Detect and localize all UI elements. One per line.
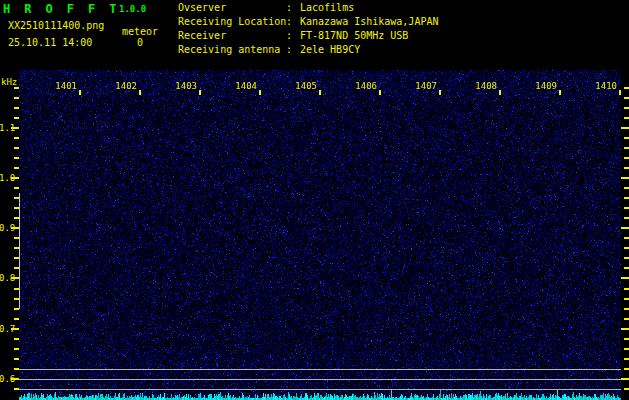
x-tick-mark	[259, 90, 261, 95]
x-tick-label: 1409	[535, 82, 557, 91]
x-tick-label: 1406	[355, 82, 377, 91]
y-major-tick-left	[11, 328, 19, 330]
x-tick-mark	[439, 90, 441, 95]
y-minor-tick-left	[14, 197, 19, 199]
y-minor-tick-right	[624, 368, 629, 370]
y-major-tick-left	[11, 177, 19, 179]
x-tick-label: 1401	[55, 82, 77, 91]
station-value: 2ele HB9CY	[300, 43, 360, 57]
y-minor-tick-left	[14, 167, 19, 169]
y-minor-tick-left	[14, 318, 19, 320]
y-minor-tick-left	[14, 308, 19, 310]
station-value: Lacofilms	[300, 1, 354, 15]
x-tick-mark	[139, 90, 141, 95]
y-minor-tick-left	[14, 267, 19, 269]
station-value: FT-817ND 50MHz USB	[300, 29, 408, 43]
y-major-tick-left	[11, 127, 19, 129]
x-tick-mark	[379, 90, 381, 95]
y-minor-tick-left	[14, 97, 19, 99]
app-title: H R O F F T	[3, 2, 120, 16]
station-row-location: Receiving Location:Kanazawa Ishikawa,JAP…	[178, 15, 438, 29]
y-major-tick-right	[621, 378, 629, 380]
station-label: Receiver	[178, 29, 286, 43]
y-minor-tick-right	[624, 187, 629, 189]
x-tick-label: 1402	[115, 82, 137, 91]
y-minor-tick-left	[14, 388, 19, 390]
y-axis-unit-label: kHz	[1, 77, 17, 87]
x-tick-mark	[199, 90, 201, 95]
y-minor-tick-left	[14, 348, 19, 350]
x-tick-mark	[79, 90, 81, 95]
y-minor-tick-right	[624, 237, 629, 239]
y-minor-tick-left	[14, 207, 19, 209]
spectrogram-canvas	[19, 70, 621, 400]
station-label: Receiving Location	[178, 15, 286, 29]
y-minor-tick-right	[624, 217, 629, 219]
station-label: Receiving antenna	[178, 43, 286, 57]
y-major-tick-left	[11, 227, 19, 229]
mode-label: meteor	[122, 26, 158, 37]
y-major-tick-right	[621, 127, 629, 129]
x-tick-label: 1403	[175, 82, 197, 91]
y-minor-tick-right	[624, 247, 629, 249]
x-tick-mark	[499, 90, 501, 95]
x-tick-label: 1408	[475, 82, 497, 91]
y-minor-tick-right	[624, 117, 629, 119]
y-minor-tick-right	[624, 257, 629, 259]
y-major-tick-left	[11, 277, 19, 279]
y-minor-tick-right	[624, 97, 629, 99]
y-minor-tick-left	[14, 368, 19, 370]
y-minor-tick-right	[624, 338, 629, 340]
x-tick-mark	[559, 90, 561, 95]
station-row-antenna: Receiving antenna:2ele HB9CY	[178, 43, 438, 57]
y-minor-tick-left	[14, 288, 19, 290]
station-info: Ovserver:Lacofilms Receiving Location:Ka…	[178, 1, 438, 57]
y-minor-tick-right	[624, 388, 629, 390]
y-major-tick-left	[11, 378, 19, 380]
y-minor-tick-right	[624, 107, 629, 109]
y-minor-tick-left	[14, 247, 19, 249]
station-row-receiver: Receiver:FT-817ND 50MHz USB	[178, 29, 438, 43]
y-minor-tick-left	[14, 217, 19, 219]
y-minor-tick-right	[624, 298, 629, 300]
y-major-tick-right	[621, 277, 629, 279]
x-tick-label: 1405	[295, 82, 317, 91]
y-minor-tick-right	[624, 348, 629, 350]
capture-datetime: 25.10.11 14:00	[8, 37, 92, 48]
y-minor-tick-left	[14, 338, 19, 340]
y-minor-tick-left	[14, 107, 19, 109]
y-minor-tick-left	[14, 87, 19, 89]
hrofft-window: H R O F F T 1.0.0 XX2510111400.png meteo…	[0, 0, 629, 400]
y-minor-tick-right	[624, 288, 629, 290]
y-major-tick-right	[621, 328, 629, 330]
x-tick-label: 1407	[415, 82, 437, 91]
x-tick-label: 1410	[595, 82, 617, 91]
y-major-tick-right	[621, 177, 629, 179]
y-minor-tick-right	[624, 197, 629, 199]
y-minor-tick-right	[624, 87, 629, 89]
y-major-tick-right	[621, 227, 629, 229]
y-minor-tick-right	[624, 137, 629, 139]
colon-separator: :	[286, 1, 300, 15]
colon-separator: :	[286, 29, 300, 43]
y-minor-tick-left	[14, 298, 19, 300]
y-minor-tick-left	[14, 358, 19, 360]
y-minor-tick-right	[624, 147, 629, 149]
y-minor-tick-right	[624, 267, 629, 269]
y-minor-tick-left	[14, 257, 19, 259]
y-minor-tick-left	[14, 157, 19, 159]
station-value: Kanazawa Ishikawa,JAPAN	[300, 15, 438, 29]
y-minor-tick-right	[624, 167, 629, 169]
y-minor-tick-left	[14, 137, 19, 139]
y-minor-tick-left	[14, 187, 19, 189]
y-minor-tick-right	[624, 157, 629, 159]
x-tick-mark	[319, 90, 321, 95]
echo-count: 0	[137, 37, 143, 48]
x-tick-label: 1404	[235, 82, 257, 91]
y-minor-tick-right	[624, 207, 629, 209]
colon-separator: :	[286, 15, 300, 29]
y-minor-tick-left	[14, 237, 19, 239]
colon-separator: :	[286, 43, 300, 57]
y-minor-tick-left	[14, 117, 19, 119]
capture-filename: XX2510111400.png	[8, 20, 104, 31]
